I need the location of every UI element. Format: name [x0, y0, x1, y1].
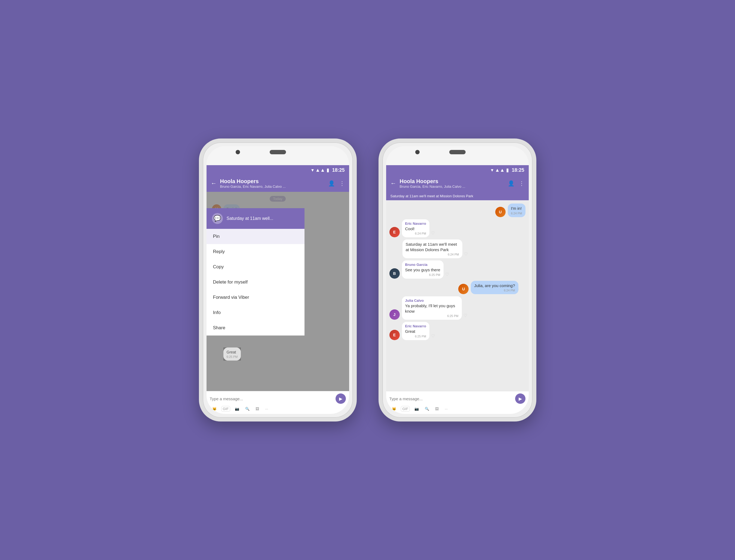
msg-row-julia-ans: J Julia Calvo Ya probably, I'll let you …	[386, 295, 529, 321]
header-title-block-right: Hoola Hoopers Bruno Garcia, Eric Navarro…	[400, 178, 505, 189]
msg-time-julia-ans: 6:25 PM	[405, 314, 459, 318]
heart-seeyou[interactable]: ♡	[445, 272, 449, 277]
signal-icon: ▲▲	[315, 167, 325, 173]
camera-icon-left[interactable]: 📷	[233, 406, 241, 411]
msg-text-saturday: Saturday at 11am we'll meet at Mission D…	[406, 242, 459, 252]
emoji-icon-right[interactable]: 🐱	[390, 406, 398, 411]
sender-eric-1: Eric Navarro	[405, 221, 426, 226]
bubble-cool: Eric Navarro Cool! 6:24 PM	[402, 219, 429, 238]
status-time-left: 18:25	[332, 167, 345, 173]
context-header-icon: 💬	[212, 213, 223, 224]
search-icon-right[interactable]: 🔍	[423, 406, 430, 411]
camera-right	[415, 150, 420, 154]
bubble-great: Eric Navarro Great 6:25 PM	[402, 322, 429, 340]
avatar-eric-1: E	[389, 227, 400, 237]
header-icons-right: 👤 ⋮	[508, 180, 524, 187]
avatar-bruno: B	[389, 268, 400, 279]
message-input-right[interactable]	[389, 396, 513, 401]
avatar-user-2: U	[458, 284, 469, 294]
context-item-share[interactable]: Share	[207, 320, 305, 336]
battery-icon: ▮	[327, 167, 329, 173]
toolbar-left: 🐱 GIF 📷 🔍 🖼 ···	[210, 406, 346, 412]
header-icons-left: 👤 ⋮	[328, 180, 345, 187]
battery-icon-r: ▮	[506, 167, 509, 173]
wifi-icon-r: ▾	[491, 167, 493, 173]
status-bar-right: ▾ ▲▲ ▮ 18:25	[386, 165, 529, 175]
pinned-banner: Saturday at 11am we'll meet at Mission D…	[386, 192, 529, 200]
chat-scroll-right: I'm in! 6:24 PM ♡ U E	[386, 200, 529, 343]
gif-icon-left[interactable]: GIF	[221, 406, 230, 412]
more-options-icon-right[interactable]: ⋮	[519, 180, 524, 187]
speaker-right	[449, 150, 466, 154]
input-bar-left: ▶ 🐱 GIF 📷 🔍 🖼 ···	[207, 391, 349, 414]
context-item-info[interactable]: Info	[207, 305, 305, 320]
msg-text-seeyou: See you guys there	[405, 267, 440, 273]
message-input-left[interactable]	[210, 396, 333, 401]
msg-row-great: E Eric Navarro Great 6:25 PM ♡	[386, 321, 529, 341]
more-options-icon-left[interactable]: ⋮	[339, 180, 345, 187]
context-menu-header: 💬 Saturday at 11am well...	[207, 208, 305, 229]
wifi-icon: ▾	[311, 167, 314, 173]
context-item-delete[interactable]: Delete for myself	[207, 275, 305, 290]
context-item-copy[interactable]: Copy	[207, 259, 305, 275]
avatar-eric-2: E	[389, 330, 400, 340]
msg-text-im-in: I'm in!	[511, 206, 522, 211]
add-participant-icon-left[interactable]: 👤	[328, 180, 335, 187]
header-subtitle-left: Bruno Garcia, Eric Navarro, Julia Calvo …	[220, 184, 291, 189]
gif-icon-right[interactable]: GIF	[401, 406, 410, 412]
heart-cool[interactable]: ♡	[431, 230, 435, 236]
context-item-forward[interactable]: Forward via Viber	[207, 290, 305, 305]
msg-text-julia-q: Julia, are you coming?	[474, 283, 515, 288]
send-button-right[interactable]: ▶	[515, 393, 525, 404]
heart-saturday[interactable]: ♡	[464, 251, 468, 257]
sender-julia: Julia Calvo	[405, 299, 459, 303]
search-icon-left[interactable]: 🔍	[244, 406, 251, 411]
header-title-right: Hoola Hoopers	[400, 178, 505, 184]
avatar-user-1: U	[495, 207, 506, 217]
input-row-left: ▶	[210, 393, 346, 404]
send-button-left[interactable]: ▶	[336, 393, 346, 404]
gallery-icon-right[interactable]: 🖼	[434, 406, 440, 411]
msg-time-im-in: 6:24 PM	[511, 212, 522, 215]
sender-bruno: Bruno Garcia	[405, 263, 440, 267]
context-item-pin[interactable]: Pin	[207, 229, 305, 244]
msg-time-seeyou: 6:25 PM	[405, 273, 440, 276]
msg-text-great: Great	[405, 329, 426, 334]
status-time-right: 18:25	[512, 167, 524, 173]
app-header-right: ← Hoola Hoopers Bruno Garcia, Eric Navar…	[386, 175, 529, 192]
heart-julia-ans[interactable]: ♡	[463, 313, 467, 318]
msg-row-cool: E Eric Navarro Cool! 6:24 PM ♡	[386, 218, 529, 239]
back-button-right[interactable]: ←	[390, 180, 396, 187]
heart-great[interactable]: ♡	[431, 333, 435, 339]
bubble-saturday: Saturday at 11am we'll meet at Mission D…	[402, 239, 462, 258]
camera-icon-right[interactable]: 📷	[413, 406, 420, 411]
msg-text-cool: Cool!	[405, 226, 426, 232]
header-subtitle-right: Bruno Garcia, Eric Navarro, Julia Calvo …	[400, 184, 470, 189]
emoji-icon-left[interactable]: 🐱	[211, 406, 218, 411]
chat-area-right: I'm in! 6:24 PM ♡ U E	[386, 200, 529, 391]
gallery-icon-left[interactable]: 🖼	[254, 406, 260, 411]
back-button-left[interactable]: ←	[211, 180, 217, 187]
more-icon-left[interactable]: ···	[264, 406, 269, 411]
msg-time-great: 6:25 PM	[405, 335, 426, 338]
header-title-block-left: Hoola Hoopers Bruno Garcia, Eric Navarro…	[220, 178, 325, 189]
msg-row-saturday: Saturday at 11am we'll meet at Mission D…	[386, 238, 529, 259]
add-participant-icon-right[interactable]: 👤	[508, 180, 515, 187]
context-menu-overlay: 💬 Saturday at 11am well... Pin Reply Cop…	[207, 192, 349, 391]
header-title-left: Hoola Hoopers	[220, 178, 325, 184]
bubble-seeyou: Bruno Garcia See you guys there 6:25 PM	[402, 260, 444, 279]
left-phone: ▾ ▲▲ ▮ 18:25 ← Hoola Hoopers Bruno Garci…	[199, 139, 357, 421]
msg-time-saturday: 6:24 PM	[406, 253, 459, 256]
app-header-left: ← Hoola Hoopers Bruno Garcia, Eric Navar…	[207, 175, 349, 192]
msg-text-julia-ans: Ya probably, I'll let you guys know	[405, 303, 459, 314]
camera-left	[236, 150, 240, 154]
input-bar-right: ▶ 🐱 GIF 📷 🔍 🖼 ···	[386, 391, 529, 414]
context-menu-list: Pin Reply Copy Delete for myself Forward…	[207, 229, 305, 336]
msg-row-julia-q: ♡ Julia, are you coming? 6:24 PM U	[386, 280, 529, 296]
right-phone: ▾ ▲▲ ▮ 18:25 ← Hoola Hoopers Bruno Garci…	[379, 139, 536, 421]
chat-area-left: Today I'm in! U 💬	[207, 192, 349, 391]
input-row-right: ▶	[389, 393, 525, 404]
more-icon-right[interactable]: ···	[443, 406, 449, 411]
msg-time-julia-q: 6:24 PM	[474, 289, 515, 292]
context-item-reply[interactable]: Reply	[207, 244, 305, 259]
